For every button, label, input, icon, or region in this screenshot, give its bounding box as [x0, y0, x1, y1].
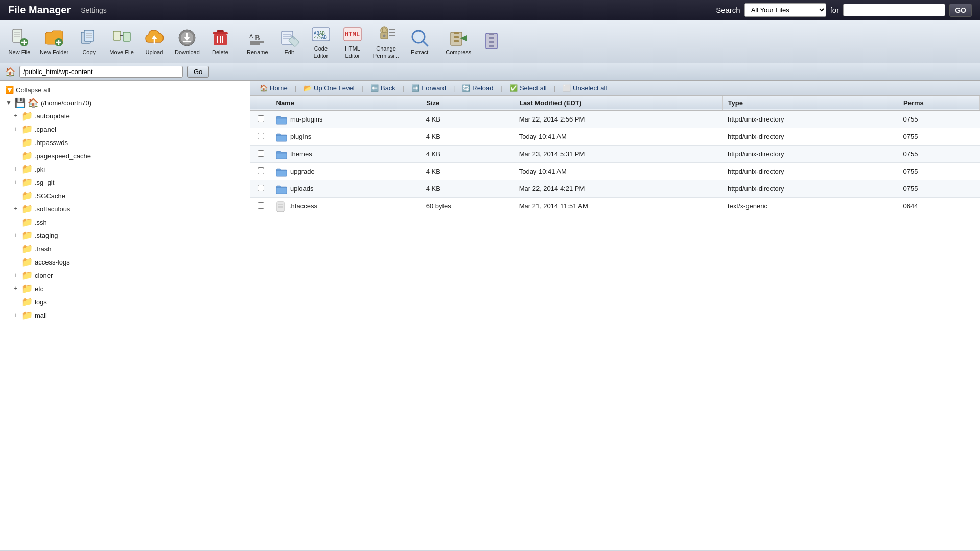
unselect-all-button[interactable]: ⬜ Unselect all — [558, 83, 611, 93]
go-path-button[interactable]: Go — [187, 66, 209, 78]
row-name-cell[interactable]: themes — [271, 146, 421, 163]
pagespeed-label: .pagespeed_cache — [35, 152, 91, 160]
new-file-label: New File — [9, 49, 31, 55]
access-logs-expand — [12, 258, 19, 266]
sidebar-item-trash[interactable]: 📁 .trash — [0, 242, 250, 255]
sidebar-item-htpasswds[interactable]: 📁 .htpasswds — [0, 136, 250, 149]
search-input[interactable] — [843, 4, 945, 16]
collapse-all-button[interactable]: 🔽 Collapse all — [0, 84, 250, 96]
row-type: httpd/unix-directory — [722, 163, 898, 180]
view-button[interactable]: Extract — [404, 26, 435, 57]
new-file-button[interactable]: New File — [4, 26, 35, 57]
row-perms: 0755 — [898, 110, 980, 128]
download-button[interactable]: Download — [171, 26, 204, 57]
table-row[interactable]: themes4 KBMar 23, 2014 5:31 PMhttpd/unix… — [250, 146, 980, 163]
extract-button[interactable]: Compress — [441, 26, 475, 57]
col-size[interactable]: Size — [421, 96, 514, 110]
row-checkbox[interactable] — [258, 185, 264, 191]
sidebar-item-cloner[interactable]: + 📁 cloner — [0, 269, 250, 282]
sidebar-item-access-logs[interactable]: 📁 access-logs — [0, 255, 250, 269]
edit-icon — [279, 28, 299, 48]
row-checkbox[interactable] — [258, 150, 264, 157]
table-row[interactable]: .htaccess60 bytesMar 21, 2014 11:51 AMte… — [250, 198, 980, 215]
delete-button[interactable]: Delete — [205, 26, 236, 57]
row-perms: 0644 — [898, 198, 980, 215]
sidebar-item-mail[interactable]: + 📁 mail — [0, 308, 250, 322]
sidebar-item-etc[interactable]: + 📁 etc — [0, 282, 250, 295]
row-modified: Mar 23, 2014 5:31 PM — [514, 146, 722, 163]
delete-label: Delete — [212, 49, 228, 55]
table-row[interactable]: upgrade4 KBToday 10:41 AMhttpd/unix-dire… — [250, 163, 980, 180]
col-name[interactable]: Name — [271, 96, 421, 110]
up-one-level-button[interactable]: 📂 Up One Level — [299, 83, 359, 93]
root-home-icon: 🏠 — [28, 97, 39, 108]
row-name-cell[interactable]: plugins — [271, 128, 421, 146]
html-editor-button[interactable]: HTML HTML Editor — [337, 22, 368, 61]
etc-folder-icon: 📁 — [21, 283, 33, 294]
col-modified[interactable]: Last Modified (EDT) — [514, 96, 722, 110]
sidebar-item-pagespeed[interactable]: 📁 .pagespeed_cache — [0, 149, 250, 162]
rename-button[interactable]: A B Rename — [242, 26, 273, 57]
go-button[interactable]: GO — [949, 4, 972, 17]
back-button[interactable]: ⬅️ Back — [366, 83, 400, 93]
search-scope-select[interactable]: All Your Files File Names Only File Cont… — [744, 3, 826, 17]
sidebar-item-sgcache[interactable]: 📁 .SGCache — [0, 189, 250, 202]
row-name-cell[interactable]: mu-plugins — [271, 110, 421, 128]
mail-expand: + — [12, 312, 19, 319]
row-name-cell[interactable]: .htaccess — [271, 198, 421, 215]
extract-label: Compress — [446, 49, 471, 55]
row-checkbox[interactable] — [258, 167, 264, 174]
htpasswds-expand — [12, 139, 19, 146]
move-file-button[interactable]: Move File — [105, 26, 138, 57]
select-all-button[interactable]: ✅ Select all — [505, 83, 551, 93]
sidebar-item-ssh[interactable]: 📁 .ssh — [0, 215, 250, 229]
edit-button[interactable]: Edit — [274, 26, 305, 57]
row-name-cell[interactable]: uploads — [271, 180, 421, 198]
reload-button[interactable]: 🔄 Reload — [458, 83, 497, 93]
table-row[interactable]: uploads4 KBMar 22, 2014 4:21 PMhttpd/uni… — [250, 180, 980, 198]
compress-button[interactable] — [476, 29, 507, 54]
col-perms[interactable]: Perms — [898, 96, 980, 110]
code-editor-button[interactable]: AB AB </> AB Code Editor — [306, 22, 336, 61]
row-checkbox[interactable] — [258, 202, 264, 209]
new-folder-button[interactable]: New Folder — [36, 26, 73, 57]
row-checkbox[interactable] — [258, 115, 264, 122]
svg-text:AB: AB — [321, 35, 327, 40]
svg-rect-26 — [213, 32, 228, 34]
sidebar-item-pki[interactable]: + 📁 .pki — [0, 162, 250, 176]
table-row[interactable]: plugins4 KBToday 10:41 AMhttpd/unix-dire… — [250, 128, 980, 146]
forward-button[interactable]: ➡️ Forward — [407, 83, 450, 93]
sidebar-item-logs[interactable]: 📁 logs — [0, 295, 250, 308]
up-icon: 📂 — [304, 84, 312, 92]
sidebar-item-autoupdate[interactable]: + 📁 .autoupdate — [0, 109, 250, 123]
sgcache-expand — [12, 192, 19, 199]
sidebar-item-cpanel[interactable]: + 📁 .cpanel — [0, 123, 250, 136]
pagespeed-folder-icon: 📁 — [21, 150, 33, 161]
sidebar-item-staging[interactable]: + 📁 .staging — [0, 229, 250, 242]
path-input[interactable] — [19, 66, 183, 78]
staging-label: .staging — [35, 232, 58, 239]
row-size: 4 KB — [421, 180, 514, 198]
back-label: Back — [381, 84, 395, 92]
row-checkbox-cell — [250, 180, 271, 198]
row-checkbox[interactable] — [258, 133, 264, 139]
row-name-cell[interactable]: upgrade — [271, 163, 421, 180]
col-type[interactable]: Type — [722, 96, 898, 110]
app-title: File Manager — [8, 4, 71, 16]
row-modified: Today 10:41 AM — [514, 128, 722, 146]
upload-button[interactable]: Upload — [139, 26, 170, 57]
move-file-icon — [111, 28, 132, 48]
softaculous-expand: + — [12, 205, 19, 212]
sidebar-item-root[interactable]: ▼ 💾 🏠 (/home/courtn70) — [0, 96, 250, 109]
table-row[interactable]: mu-plugins4 KBMar 22, 2014 2:56 PMhttpd/… — [250, 110, 980, 128]
cpanel-expand: + — [12, 126, 19, 133]
sidebar-item-softaculous[interactable]: + 📁 .softaculous — [0, 202, 250, 215]
copy-button[interactable]: Copy — [74, 26, 104, 57]
staging-folder-icon: 📁 — [21, 230, 33, 241]
upload-label: Upload — [146, 49, 164, 55]
change-permissions-button[interactable]: Change Permissi... — [369, 22, 403, 61]
settings-link[interactable]: Settings — [81, 6, 107, 14]
home-button[interactable]: 🏠 Home — [255, 83, 292, 93]
sidebar-item-sg-git[interactable]: + 📁 .sg_git — [0, 176, 250, 189]
collapse-all-label: Collapse all — [16, 86, 50, 94]
